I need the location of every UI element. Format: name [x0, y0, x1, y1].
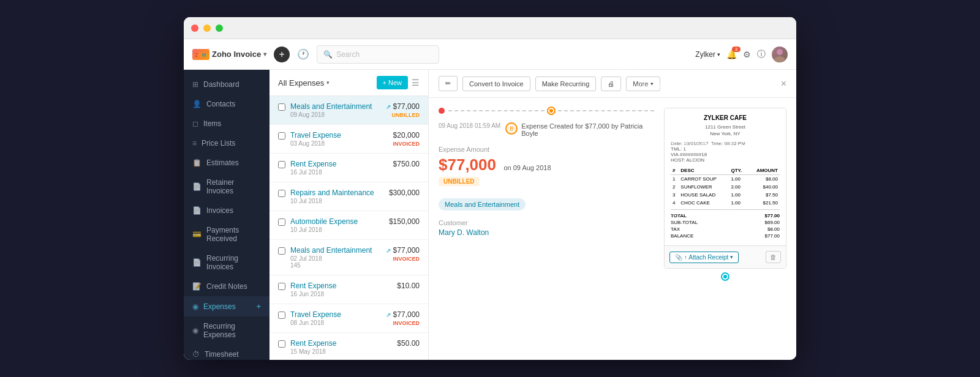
expense-date: 02 Jul 2018 — [290, 255, 381, 262]
timesheet-icon: ⏱ — [192, 350, 200, 359]
sidebar-item-recurring-expenses[interactable]: ◉ Recurring Expenses — [184, 316, 270, 345]
expense-info: Meals and Entertainment 09 Aug 2018 — [290, 102, 381, 118]
expense-checkbox[interactable] — [278, 218, 285, 226]
expense-info: Rent Expense 16 Jul 2018 — [290, 160, 388, 176]
delete-receipt-button[interactable]: 🗑 — [766, 251, 781, 263]
expense-name: Rent Expense — [290, 160, 388, 168]
brand-dropdown-icon[interactable]: ▾ — [263, 51, 266, 58]
convert-invoice-label: Convert to Invoice — [469, 80, 524, 88]
status-badge: UNBILLED — [439, 177, 480, 186]
expense-info: Travel Expense 03 Aug 2018 — [290, 131, 388, 147]
edit-button[interactable]: ✏ — [439, 76, 458, 91]
expense-checkbox[interactable] — [278, 340, 285, 348]
expense-info: Repairs and Maintenance 10 Jul 2018 — [290, 188, 384, 204]
make-recurring-button[interactable]: Make Recurring — [535, 77, 597, 91]
sidebar-item-price-lists[interactable]: ≡ Price Lists — [184, 133, 270, 153]
new-item-button[interactable]: + — [274, 47, 290, 62]
sidebar-item-contacts[interactable]: 👤 Contacts — [184, 94, 270, 114]
maximize-button[interactable] — [216, 24, 223, 32]
expense-checkbox[interactable] — [278, 312, 285, 319]
username-display[interactable]: Zylker ▾ — [695, 50, 720, 59]
receipt-balance-row: BALANCE $77.00 — [671, 233, 780, 239]
sidebar-item-expenses[interactable]: ◉ Expenses + — [184, 296, 270, 316]
sidebar-item-payments-received[interactable]: 💳 Payments Received — [184, 220, 270, 248]
list-menu-icon[interactable]: ☰ — [412, 78, 420, 88]
minimize-button[interactable] — [203, 24, 211, 32]
help-icon[interactable]: ⓘ — [757, 49, 766, 60]
avatar[interactable] — [772, 47, 788, 62]
sidebar-item-estimates[interactable]: 📋 Estimates — [184, 153, 270, 173]
receipt-footer: 📎 ↑ Attach Receipt ▾ 🗑 — [665, 245, 786, 268]
brand[interactable]: Z O H O Zoho Invoice ▾ — [192, 49, 266, 60]
category-tag: Meals and Entertainment — [439, 198, 526, 211]
attach-label: ↑ Attach Receipt — [684, 254, 728, 261]
svg-point-6 — [774, 56, 785, 62]
notifications-icon[interactable]: 🔔 3 — [726, 50, 737, 59]
attach-dropdown-icon: ▾ — [730, 254, 733, 260]
list-item[interactable]: Travel Expense 03 Aug 2018 $20,000 INVOI… — [270, 125, 428, 154]
expense-checkbox[interactable] — [278, 103, 285, 111]
list-item[interactable]: Travel Expense 08 Jun 2018 ⇗ $77,000 INV… — [270, 304, 428, 333]
sidebar-item-label: Dashboard — [203, 80, 239, 89]
sidebar-item-label: Credit Notes — [206, 282, 247, 291]
expense-date: 09 Aug 2018 — [290, 111, 381, 118]
list-item[interactable]: Automobile Expense 10 Jul 2018 $150,000 — [270, 211, 428, 240]
settings-icon[interactable]: ⚙ — [743, 50, 751, 59]
expense-amount: $150,000 — [389, 217, 420, 226]
list-filter[interactable]: All Expenses ▾ — [278, 78, 330, 88]
expense-info: Rent Expense 15 May 2018 — [290, 339, 392, 355]
list-item[interactable]: Rent Expense 16 Jul 2018 $750.00 — [270, 154, 428, 182]
sidebar-item-retainer-invoices[interactable]: 📄 Retainer Invoices — [184, 173, 270, 201]
expense-status: UNBILLED — [386, 112, 420, 118]
expense-info: Travel Expense 08 Jun 2018 — [290, 310, 381, 326]
expense-checkbox[interactable] — [278, 132, 285, 140]
expenses-add-icon[interactable]: + — [256, 302, 261, 311]
expense-checkbox[interactable] — [278, 283, 285, 290]
expense-list: Meals and Entertainment 09 Aug 2018 ⇗ $7… — [270, 96, 428, 360]
list-item[interactable]: Rent Expense 15 May 2018 $50.00 — [270, 333, 428, 360]
sidebar-item-label: Recurring Expenses — [203, 322, 261, 339]
expense-checkbox[interactable] — [278, 247, 285, 255]
list-item[interactable]: Repairs and Maintenance 10 Jul 2018 $300… — [270, 182, 428, 211]
list-item[interactable]: Meals and Entertainment 09 Aug 2018 ⇗ $7… — [270, 96, 428, 125]
sidebar-item-credit-notes[interactable]: 📝 Credit Notes — [184, 277, 270, 296]
expense-checkbox[interactable] — [278, 190, 285, 197]
expense-name: Travel Expense — [290, 310, 381, 319]
annotation-3: Attach expense receipts for reference — [619, 206, 790, 233]
make-recurring-label: Make Recurring — [542, 80, 590, 88]
sidebar-item-label: Payments Received — [206, 226, 261, 243]
attach-receipt-button[interactable]: 📎 ↑ Attach Receipt ▾ — [669, 252, 739, 263]
timeline-start-dot — [439, 108, 445, 114]
list-item[interactable]: Rent Expense 16 Jun 2018 $10.00 — [270, 275, 428, 304]
receipt-balance: $77.00 — [765, 233, 780, 239]
contacts-icon: 👤 — [192, 100, 202, 108]
brand-name: Zoho Invoice — [212, 50, 261, 59]
expense-status: INVOICED — [386, 320, 420, 326]
sidebar-item-label: Contacts — [206, 100, 235, 108]
sidebar-item-invoices[interactable]: 📄 Invoices — [184, 201, 270, 220]
list-panel: All Expenses ▾ + New ☰ Meals and Ente — [270, 70, 429, 360]
search-box[interactable]: 🔍 Search — [317, 45, 439, 64]
receipt-timeline-dot — [722, 274, 728, 280]
invoices-icon: 📄 — [192, 206, 202, 215]
estimates-icon: 📋 — [192, 159, 202, 167]
nav-right: Zylker ▾ 🔔 3 ⚙ ⓘ — [695, 47, 788, 62]
items-icon: ◻ — [192, 119, 198, 128]
history-icon[interactable]: 🕐 — [297, 48, 309, 60]
convert-invoice-button[interactable]: Convert to Invoice — [462, 77, 530, 91]
sidebar-item-recurring-invoices[interactable]: 📄 Recurring Invoices — [184, 248, 270, 277]
expense-checkbox[interactable] — [278, 161, 285, 168]
new-expense-button[interactable]: + New — [377, 76, 409, 89]
timeline-line — [448, 110, 545, 111]
expense-status: INVOICED — [393, 141, 420, 147]
sidebar-item-timesheet[interactable]: ⏱ Timesheet — [184, 345, 270, 360]
sidebar-item-label: Timesheet — [205, 350, 239, 359]
sidebar-item-label: Items — [203, 119, 221, 128]
sidebar-item-items[interactable]: ◻ Items — [184, 114, 270, 133]
list-item[interactable]: Meals and Entertainment 02 Jul 2018 145 … — [270, 240, 428, 275]
sidebar-item-dashboard[interactable]: ⊞ Dashboard — [184, 75, 270, 94]
sidebar-item-label: Expenses — [203, 302, 236, 311]
expense-amount: $20,000 INVOICED — [393, 131, 420, 147]
close-button[interactable] — [191, 24, 198, 32]
timeline-end-dot — [548, 108, 554, 114]
